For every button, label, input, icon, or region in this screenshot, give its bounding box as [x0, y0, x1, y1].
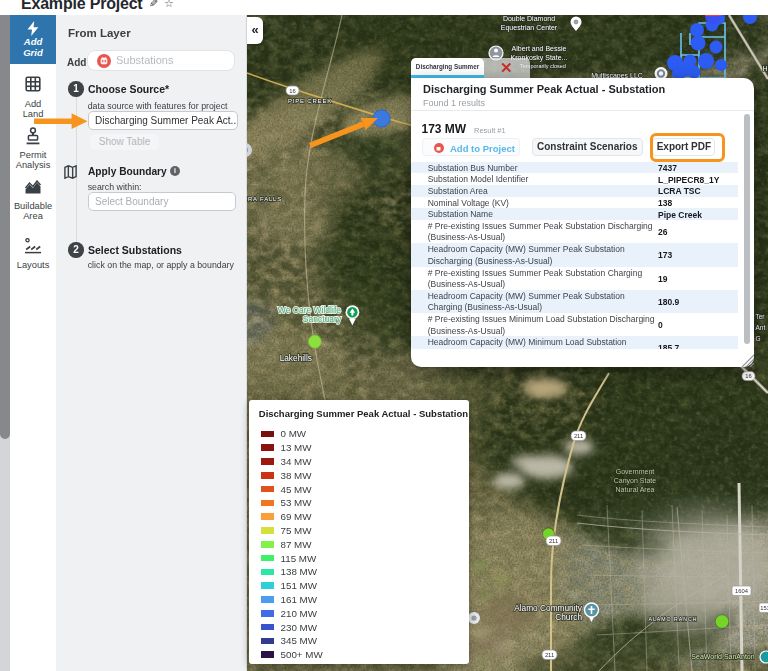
svg-text:211: 211: [574, 433, 583, 439]
svg-text:Double Diamond: Double Diamond: [503, 15, 555, 22]
svg-text:Ter: Ter: [756, 313, 766, 320]
svg-text:Sanctuary: Sanctuary: [303, 314, 342, 324]
svg-text:Equestrian Center: Equestrian Center: [501, 24, 558, 32]
svg-text:G: G: [756, 335, 761, 342]
svg-text:Ant: Ant: [756, 324, 766, 331]
svg-text:SeaWorld SanAnton: SeaWorld SanAnton: [691, 653, 754, 660]
svg-text:ALAMO RANCH: ALAMO RANCH: [648, 616, 697, 622]
svg-text:211: 211: [545, 652, 554, 658]
svg-text:Natural Area: Natural Area: [616, 486, 655, 493]
svg-text:Government: Government: [616, 468, 655, 475]
svg-text:Lakehills: Lakehills: [280, 353, 312, 363]
svg-text:211: 211: [549, 538, 558, 544]
svg-text:Church: Church: [555, 612, 582, 622]
svg-text:16: 16: [289, 88, 295, 94]
svg-text:151: 151: [760, 605, 768, 611]
svg-text:Canyon State: Canyon State: [614, 477, 657, 485]
svg-text:PIPE CREEK: PIPE CREEK: [288, 98, 332, 104]
svg-text:DERA FALLS: DERA FALLS: [247, 196, 282, 202]
svg-text:Albert and Bessie: Albert and Bessie: [512, 45, 567, 52]
svg-text:H: H: [762, 65, 767, 72]
svg-text:16: 16: [745, 373, 751, 379]
svg-text:1604: 1604: [735, 588, 749, 594]
